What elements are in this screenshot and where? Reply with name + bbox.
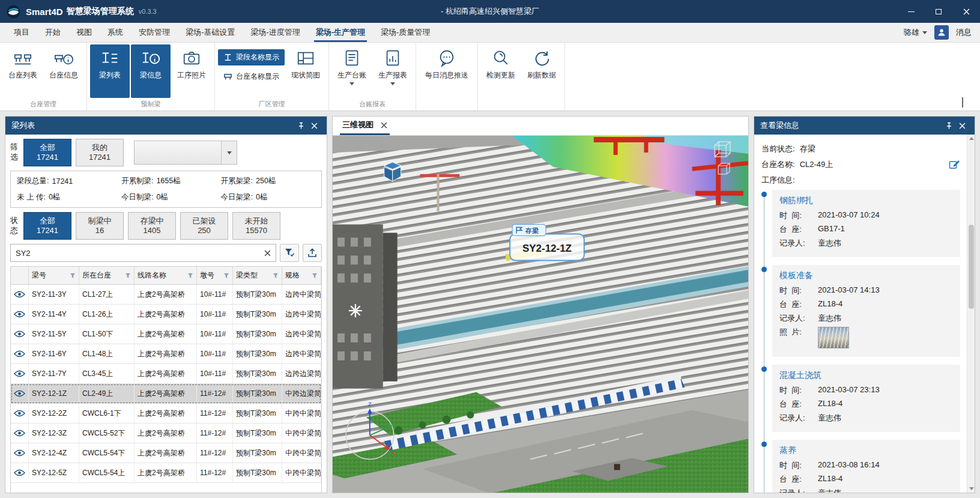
column-header-beam-no[interactable]: 梁号 bbox=[29, 267, 79, 284]
pin-button[interactable] bbox=[942, 119, 955, 132]
column-header-pier[interactable]: 墩号 bbox=[197, 267, 233, 284]
maximize-button[interactable] bbox=[925, 0, 952, 23]
process-photo-thumbnail[interactable] bbox=[818, 327, 849, 348]
menu-item-security[interactable]: 安防管理 bbox=[131, 23, 178, 42]
scrollbar-thumb[interactable] bbox=[969, 225, 974, 309]
menu-item-start[interactable]: 开始 bbox=[37, 23, 68, 42]
panel-close-button[interactable] bbox=[307, 119, 321, 132]
scroll-down-arrow[interactable] bbox=[967, 485, 975, 493]
search-input[interactable] bbox=[16, 249, 264, 258]
table-row[interactable]: SY2-12-2Z CWCL6-1下 上虞2号高架桥 11#-12# 预制T梁3… bbox=[11, 404, 321, 424]
user-menu[interactable]: 骆雄 bbox=[904, 27, 927, 38]
column-header-spec[interactable]: 规格 bbox=[282, 267, 321, 284]
cell-line: 上虞2号高架桥 bbox=[135, 443, 197, 463]
close-button[interactable] bbox=[952, 0, 980, 23]
recorder-label: 记录人: bbox=[779, 413, 818, 424]
filter-tab-mine[interactable]: 我的 17241 bbox=[76, 139, 124, 166]
column-filter-icon[interactable] bbox=[187, 273, 193, 279]
menu-item-project[interactable]: 项目 bbox=[6, 23, 37, 42]
refresh-data-button[interactable]: 刷新数据 bbox=[522, 44, 561, 98]
column-filter-icon[interactable] bbox=[273, 273, 279, 279]
process-name-link[interactable]: 模板准备 bbox=[779, 270, 953, 281]
table-row[interactable]: SY2-11-4Y CL1-26上 上虞2号高架桥 10#-11# 预制T梁30… bbox=[11, 305, 321, 324]
export-button[interactable] bbox=[303, 244, 322, 262]
axis-x-label: X bbox=[391, 449, 395, 456]
ribbon-group-label-empty bbox=[481, 98, 561, 111]
beam-list-button[interactable]: 梁列表 bbox=[90, 44, 130, 98]
view-beam-icon[interactable] bbox=[14, 410, 25, 417]
combobox-chevron[interactable] bbox=[221, 141, 237, 164]
column-header-seat[interactable]: 所在台座 bbox=[79, 267, 135, 284]
pedestal-list-button[interactable]: 台座列表 bbox=[3, 44, 43, 98]
process-photos-button[interactable]: 工序照片 bbox=[172, 44, 211, 98]
table-row-selected[interactable]: SY2-12-1Z CL2-49上 上虞2号高架桥 11#-12# 预制T梁30… bbox=[11, 384, 321, 404]
status-tab-erected[interactable]: 已架设 250 bbox=[180, 212, 228, 240]
filter-tab-all[interactable]: 全部 17241 bbox=[23, 139, 71, 166]
time-value: 2021-03-07 14:13 bbox=[818, 285, 880, 294]
beam-info-button[interactable]: 梁信息 bbox=[131, 44, 171, 98]
edit-button[interactable] bbox=[948, 159, 960, 171]
view-beam-icon[interactable] bbox=[14, 370, 25, 377]
minimize-button[interactable] bbox=[897, 0, 925, 23]
daily-message-push-button[interactable]: 每日消息推送 bbox=[419, 44, 474, 98]
process-name-link[interactable]: 混凝土浇筑 bbox=[779, 370, 953, 381]
panel-close-button[interactable] bbox=[955, 119, 969, 132]
status-tab-not-started[interactable]: 未开始 15570 bbox=[232, 212, 280, 240]
panel-scrollbar[interactable] bbox=[967, 135, 975, 493]
pin-button[interactable] bbox=[294, 119, 307, 132]
user-avatar[interactable] bbox=[934, 25, 949, 40]
table-row[interactable]: SY2-12-3Z CWCL5-52下 上虞2号高架桥 11#-12# 预制T梁… bbox=[11, 424, 321, 443]
table-row[interactable]: SY2-11-5Y CL1-50下 上虞2号高架桥 10#-11# 预制T梁30… bbox=[11, 324, 321, 344]
view-beam-icon[interactable] bbox=[14, 390, 25, 397]
tab-3d-view[interactable]: 三维视图 bbox=[340, 117, 390, 135]
table-row[interactable]: SY2-12-4Z CWCL5-54下 上虞2号高架桥 11#-12# 预制T梁… bbox=[11, 443, 321, 463]
menu-item-progress[interactable]: 梁场-进度管理 bbox=[243, 23, 307, 42]
messages-button[interactable]: 消息 bbox=[956, 27, 972, 38]
beam-name-display-toggle[interactable]: 梁段名称显示 bbox=[218, 49, 285, 65]
axis-z-label: Z bbox=[368, 401, 372, 407]
status-tab-making[interactable]: 制梁中 16 bbox=[76, 212, 124, 240]
clear-search-icon[interactable] bbox=[264, 250, 271, 257]
column-filter-icon[interactable] bbox=[223, 273, 229, 279]
check-update-button[interactable]: 检测更新 bbox=[481, 44, 521, 98]
column-filter-icon[interactable] bbox=[125, 273, 131, 279]
column-header-line[interactable]: 线路名称 bbox=[135, 267, 197, 284]
pedestal-name-display-toggle[interactable]: 台座名称显示 bbox=[218, 68, 285, 85]
column-header-type[interactable]: 梁类型 bbox=[233, 267, 282, 284]
view-beam-icon[interactable] bbox=[14, 291, 25, 298]
view-beam-icon[interactable] bbox=[14, 311, 25, 318]
view-beam-icon[interactable] bbox=[14, 350, 25, 357]
status-tab-all[interactable]: 全部 17241 bbox=[23, 212, 71, 240]
column-header-label: 梁类型 bbox=[236, 270, 258, 281]
table-row[interactable]: SY2-11-3Y CL1-27上 上虞2号高架桥 10#-11# 预制T梁30… bbox=[11, 285, 321, 305]
view-beam-icon[interactable] bbox=[14, 430, 25, 437]
table-row[interactable]: SY2-12-5Z CWCL5-54上 上虞2号高架桥 11#-12# 预制T梁… bbox=[11, 463, 321, 483]
column-filter-icon[interactable] bbox=[70, 273, 76, 279]
filter-button[interactable] bbox=[280, 244, 299, 262]
menu-item-view[interactable]: 视图 bbox=[68, 23, 100, 42]
recorder-label: 记录人: bbox=[779, 238, 818, 249]
ribbon-collapse-button[interactable] bbox=[962, 99, 970, 106]
view-beam-icon[interactable] bbox=[14, 449, 25, 457]
status-sketch-button[interactable]: 现状简图 bbox=[286, 44, 325, 98]
scroll-up-arrow[interactable] bbox=[967, 135, 975, 142]
menu-item-production[interactable]: 梁场-生产管理 bbox=[308, 23, 373, 42]
column-filter-icon[interactable] bbox=[312, 273, 318, 279]
table-row[interactable]: SY2-11-7Y CL3-45上 上虞2号高架桥 10#-11# 预制T梁30… bbox=[11, 364, 321, 384]
process-name-link[interactable]: 钢筋绑扎 bbox=[779, 195, 953, 206]
menu-item-basic-settings[interactable]: 梁场-基础设置 bbox=[178, 23, 243, 42]
table-row[interactable]: SY2-11-6Y CL1-48上 上虞2号高架桥 10#-11# 预制T梁30… bbox=[11, 344, 321, 364]
tab-close-icon[interactable] bbox=[381, 122, 387, 129]
production-report-button[interactable]: 生产报表 bbox=[373, 44, 413, 98]
pedestal-info-button[interactable]: 台座信息 bbox=[44, 44, 83, 98]
cell-seat: CL1-27上 bbox=[79, 285, 135, 304]
view-beam-icon[interactable] bbox=[14, 469, 25, 476]
view-beam-icon[interactable] bbox=[14, 330, 25, 338]
menu-item-system[interactable]: 系统 bbox=[100, 23, 131, 42]
filter-combobox[interactable] bbox=[134, 141, 237, 165]
process-name-link[interactable]: 蒸养 bbox=[779, 445, 953, 456]
menu-item-quality[interactable]: 梁场-质量管理 bbox=[373, 23, 438, 42]
production-ledger-button[interactable]: 生产台账 bbox=[332, 44, 372, 98]
status-tab-stored[interactable]: 存梁中 1405 bbox=[128, 212, 176, 240]
3d-scene[interactable]: 存梁 SY2-12-1Z Z Y X bbox=[333, 136, 748, 493]
